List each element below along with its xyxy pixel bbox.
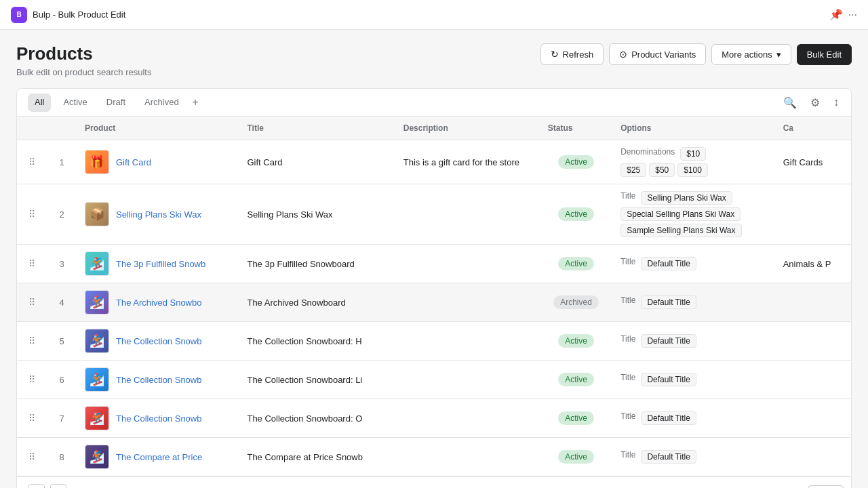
table-row: ⠿6 🏂 The Collection Snowb The Collection…	[17, 361, 851, 399]
table-header-row: Product Title Description Status Options…	[17, 117, 851, 140]
category-cell	[775, 399, 851, 438]
option-tag: $25	[620, 163, 646, 177]
tabs-bar: All Active Draft Archived + 🔍 ⚙ ↕	[17, 89, 851, 117]
product-link[interactable]: The Archived Snowbo	[116, 298, 201, 308]
product-link[interactable]: Gift Card	[116, 157, 151, 167]
row-number: 7	[47, 399, 77, 438]
tab-draft[interactable]: Draft	[97, 89, 135, 117]
options-cell: TitleDefault Title	[612, 361, 775, 399]
status-badge: Active	[558, 334, 594, 348]
options-cell: TitleSelling Plans Ski WaxSpecial Sellin…	[612, 184, 775, 245]
product-variants-button[interactable]: ⊙ Product Variants	[609, 43, 706, 65]
description-cell	[395, 399, 540, 438]
status-badge: Active	[558, 450, 594, 464]
col-status: Status	[540, 117, 612, 140]
drag-handle[interactable]: ⠿	[17, 399, 47, 438]
refresh-icon: ↻	[551, 49, 559, 60]
status-badge: Active	[558, 257, 594, 270]
table-row: ⠿5 🏂 The Collection Snowb The Collection…	[17, 322, 851, 361]
title-cell: The Compare at Price Snowb	[239, 438, 395, 476]
tab-all[interactable]: All	[28, 94, 51, 112]
status-badge: Active	[558, 207, 594, 221]
drag-handle[interactable]: ⠿	[17, 283, 47, 322]
title-cell: The Collection Snowboard: O	[239, 399, 395, 438]
table-row: ⠿8 🏂 The Compare at Price The Compare at…	[17, 438, 851, 476]
col-product: Product	[77, 117, 239, 140]
page-content: All Active Draft Archived + 🔍 ⚙ ↕	[0, 88, 868, 488]
product-cell: 🏂 The Collection Snowb	[77, 399, 239, 438]
col-num	[47, 117, 77, 140]
product-thumbnail: 🏂	[85, 367, 109, 392]
row-number: 8	[47, 438, 77, 476]
option-label: Title	[620, 373, 635, 386]
product-cell: 🏂 The Collection Snowb	[77, 322, 239, 361]
refresh-label: Refresh	[563, 49, 594, 60]
next-page-button[interactable]: ›	[50, 484, 67, 488]
option-label: Title	[620, 191, 635, 205]
product-link[interactable]: The 3p Fulfilled Snowb	[116, 259, 205, 269]
product-thumbnail: 🏂	[85, 445, 109, 469]
product-thumbnail: 🏂	[85, 251, 109, 276]
per-page-selector: 50 10 25 100 ⇅	[808, 485, 840, 489]
product-link[interactable]: Selling Plans Ski Wax	[116, 209, 201, 220]
drag-handle[interactable]: ⠿	[17, 361, 47, 399]
option-tag: Default Title	[641, 334, 696, 348]
status-cell: Active	[540, 361, 612, 399]
title-cell: The Collection Snowboard: H	[239, 322, 395, 361]
refresh-button[interactable]: ↻ Refresh	[540, 43, 604, 65]
product-link[interactable]: The Collection Snowb	[116, 413, 201, 424]
row-number: 5	[47, 322, 77, 361]
row-number: 1	[47, 140, 77, 184]
product-cell: 📦 Selling Plans Ski Wax	[77, 184, 239, 245]
per-page-select[interactable]: 50 10 25 100	[808, 485, 844, 489]
top-bar: B Bulp - Bulk Product Edit 📌 ···	[0, 0, 868, 30]
product-cell: 🏂 The Archived Snowbo	[77, 283, 239, 322]
status-cell: Archived	[540, 283, 612, 322]
filter-icon: ⚙	[810, 97, 820, 108]
product-link[interactable]: The Compare at Price	[116, 452, 202, 462]
product-link[interactable]: The Collection Snowb	[116, 336, 201, 346]
status-cell: Active	[540, 140, 612, 184]
tabs-left: All Active Draft Archived +	[25, 89, 203, 116]
option-tag: $100	[677, 163, 708, 177]
col-title: Title	[239, 117, 395, 140]
drag-handle[interactable]: ⠿	[17, 184, 47, 245]
filter-button[interactable]: ⚙	[806, 92, 824, 113]
option-tag: Special Selling Plans Ski Wax	[620, 207, 741, 221]
chevron-down-icon: ▾	[776, 49, 781, 60]
tab-archived[interactable]: Archived	[135, 89, 189, 117]
app-icon-text: B	[16, 11, 21, 18]
product-link[interactable]: The Collection Snowb	[116, 375, 201, 385]
status-cell: Active	[540, 322, 612, 361]
prev-page-button[interactable]: ‹	[28, 484, 45, 488]
drag-handle[interactable]: ⠿	[17, 140, 47, 184]
options-cell: TitleDefault Title	[612, 399, 775, 438]
category-cell	[775, 283, 851, 322]
search-button[interactable]: 🔍	[779, 92, 801, 113]
option-label: Title	[620, 334, 635, 348]
drag-handle[interactable]: ⠿	[17, 245, 47, 283]
options-cell: TitleDefault Title	[612, 322, 775, 361]
header-actions: ↻ Refresh ⊙ Product Variants More action…	[540, 43, 852, 65]
tab-active[interactable]: Active	[54, 89, 96, 117]
drag-handle[interactable]: ⠿	[17, 438, 47, 476]
product-cell: 🏂 The 3p Fulfilled Snowb	[77, 245, 239, 283]
option-label: Title	[620, 296, 635, 309]
title-cell: Gift Card	[239, 140, 395, 184]
options-cell: TitleDefault Title	[612, 283, 775, 322]
bulk-edit-label: Bulk Edit	[807, 49, 842, 60]
more-options-icon[interactable]: ···	[848, 9, 857, 21]
tabs-right: 🔍 ⚙ ↕	[779, 92, 843, 113]
description-cell: This is a gift card for the store	[395, 140, 540, 184]
description-cell	[395, 361, 540, 399]
more-actions-button[interactable]: More actions ▾	[711, 44, 791, 65]
bulk-edit-button[interactable]: Bulk Edit	[797, 44, 852, 65]
tab-add-button[interactable]: +	[189, 91, 203, 114]
col-options: Options	[612, 117, 775, 140]
option-label: Title	[620, 411, 635, 425]
drag-handle[interactable]: ⠿	[17, 322, 47, 361]
table-row: ⠿2 📦 Selling Plans Ski Wax Selling Plans…	[17, 184, 851, 245]
title-cell: The Collection Snowboard: Li	[239, 361, 395, 399]
pin-icon[interactable]: 📌	[829, 8, 843, 21]
sort-button[interactable]: ↕	[829, 92, 843, 113]
